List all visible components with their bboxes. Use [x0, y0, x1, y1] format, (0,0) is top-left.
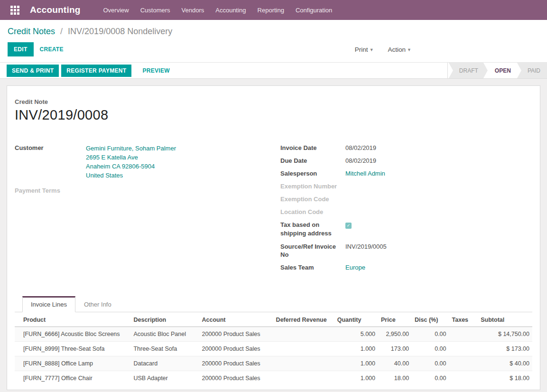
location-code-label: Location Code: [280, 208, 345, 216]
invoice-sheet: Credit Note INV/2019/0008 Customer Gemin…: [7, 85, 540, 390]
cell-price: 173.00: [378, 342, 412, 356]
nav-menu-item[interactable]: Vendors: [176, 1, 210, 19]
due-date-label: Due Date: [280, 157, 345, 165]
action-dropdown[interactable]: Action▼: [387, 44, 412, 55]
send-print-button[interactable]: SEND & PRINT: [7, 65, 59, 77]
action-dropdown-label: Action: [388, 46, 406, 53]
salesperson-field: Salesperson Mitchell Admin: [280, 169, 532, 177]
cell-subtotal: $ 14,750.00: [478, 327, 532, 342]
customer-address-line[interactable]: Anaheim CA 92806-5904: [86, 162, 176, 171]
cell-account: 200000 Product Sales: [199, 327, 273, 342]
print-dropdown[interactable]: Print▼: [354, 44, 375, 55]
cell-product: [FURN_7777] Office Chair: [15, 371, 130, 386]
sales-team-link[interactable]: Europe: [345, 263, 365, 271]
cell-account: 200000 Product Sales: [199, 356, 273, 371]
col-header-quantity: Quantity: [334, 312, 378, 327]
cell-deferred: [273, 356, 334, 371]
cell-quantity: 1.000: [334, 356, 378, 371]
exemption-number-label: Exemption Number: [280, 182, 345, 190]
col-header-taxes: Taxes: [449, 312, 478, 327]
document-type-label: Credit Note: [15, 98, 532, 105]
apps-menu-icon[interactable]: [10, 6, 19, 15]
cell-disc: 0.00: [412, 327, 449, 342]
col-header-account: Account: [199, 312, 273, 327]
cell-account: 200000 Product Sales: [199, 371, 273, 386]
exemption-code-label: Exemption Code: [280, 195, 345, 203]
invoice-date-field: Invoice Date 08/02/2019: [280, 144, 532, 152]
cell-taxes: [449, 356, 478, 371]
exemption-code-field: Exemption Code: [280, 195, 532, 203]
cell-product: [FURN_8999] Three-Seat Sofa: [15, 342, 130, 356]
cell-description: Datacard: [130, 356, 199, 371]
cell-subtotal: $ 173.00: [478, 342, 532, 356]
nav-menu-item[interactable]: Customers: [135, 1, 176, 19]
status-paid[interactable]: PAID: [517, 63, 547, 78]
cell-disc: 0.00: [412, 371, 449, 386]
field-group-right: Invoice Date 08/02/2019 Due Date 08/02/2…: [280, 144, 532, 276]
payment-terms-label: Payment Terms: [15, 187, 86, 195]
cell-quantity: 1.000: [334, 342, 378, 356]
invoice-line-row[interactable]: [FURN_6666] Acoustic Bloc Screens Acoust…: [15, 327, 532, 342]
sales-team-field: Sales Team Europe: [280, 263, 532, 271]
cell-price: 18.00: [378, 371, 412, 386]
status-open[interactable]: OPEN: [484, 63, 520, 78]
salesperson-link[interactable]: Mitchell Admin: [345, 169, 385, 177]
nav-menu-item[interactable]: Overview: [98, 1, 135, 19]
invoice-line-row[interactable]: [FURN_8999] Three-Seat Sofa Three-Seat S…: [15, 342, 532, 356]
invoice-date-value: 08/02/2019: [345, 144, 376, 152]
invoice-lines-table: Product Description Account Deferred Rev…: [15, 312, 532, 385]
invoice-date-label: Invoice Date: [280, 144, 345, 152]
nav-menu-item[interactable]: Reporting: [252, 1, 290, 19]
cell-deferred: [273, 342, 334, 356]
payment-terms-field: Payment Terms: [15, 187, 280, 195]
cell-subtotal: $ 18.00: [478, 371, 532, 386]
due-date-value: 08/02/2019: [345, 157, 376, 165]
invoice-line-row[interactable]: [FURN_7777] Office Chair USB Adapter 200…: [15, 371, 532, 386]
chevron-down-icon: ▼: [370, 47, 374, 52]
tax-shipping-label: Tax based on shipping address: [280, 221, 345, 238]
invoice-line-row[interactable]: [FURN_8888] Office Lamp Datacard 200000 …: [15, 356, 532, 371]
field-groups: Customer Gemini Furniture, Soham Palmer …: [15, 144, 532, 276]
app-title[interactable]: Accounting: [30, 5, 81, 15]
cell-quantity: 1.000: [334, 371, 378, 386]
field-group-left: Customer Gemini Furniture, Soham Palmer …: [15, 144, 280, 276]
form-view-container: Credit Note INV/2019/0008 Customer Gemin…: [0, 79, 547, 392]
preview-link[interactable]: PREVIEW: [137, 65, 175, 77]
nav-menu-item[interactable]: Configuration: [290, 1, 338, 19]
customer-address-line[interactable]: United States: [86, 171, 176, 180]
cell-quantity: 5.000: [334, 327, 378, 342]
document-actions: Print▼ Action▼: [354, 44, 412, 55]
breadcrumb-parent-link[interactable]: Credit Notes: [8, 27, 55, 36]
tax-shipping-checkbox[interactable]: ✓: [345, 223, 352, 229]
col-header-price: Price: [378, 312, 412, 327]
customer-name-link[interactable]: Gemini Furniture, Soham Palmer: [86, 144, 176, 153]
register-payment-button[interactable]: REGISTER PAYMENT: [61, 65, 131, 77]
checkmark-icon: ✓: [347, 223, 351, 229]
col-header-disc: Disc (%): [412, 312, 449, 327]
location-code-field: Location Code: [280, 208, 532, 216]
sales-team-label: Sales Team: [280, 263, 345, 271]
salesperson-label: Salesperson: [280, 169, 345, 177]
due-date-field: Due Date 08/02/2019: [280, 157, 532, 165]
edit-button[interactable]: EDIT: [8, 42, 34, 56]
source-ref-value: INV/2019/0005: [345, 243, 387, 259]
cell-taxes: [449, 327, 478, 342]
create-button[interactable]: CREATE: [34, 42, 70, 56]
cell-product: [FURN_8888] Office Lamp: [15, 356, 130, 371]
tab-other-info[interactable]: Other Info: [75, 296, 120, 312]
cell-price: 40.00: [378, 356, 412, 371]
status-draft[interactable]: DRAFT: [449, 63, 488, 78]
customer-field: Customer Gemini Furniture, Soham Palmer …: [15, 144, 280, 180]
control-panel: Credit Notes / INV/2019/0008 Nondelivery…: [0, 20, 547, 62]
tab-invoice-lines[interactable]: Invoice Lines: [22, 296, 75, 312]
notebook-tabs: Invoice Lines Other Info: [15, 296, 532, 312]
cell-product: [FURN_6666] Acoustic Bloc Screens: [15, 327, 130, 342]
control-panel-buttons: EDIT CREATE Print▼ Action▼: [8, 42, 539, 56]
customer-address-line[interactable]: 2695 E Katella Ave: [86, 153, 176, 162]
document-toolbar: SEND & PRINT REGISTER PAYMENT PREVIEW DR…: [0, 62, 547, 79]
source-ref-field: Source/Ref Invoice No INV/2019/0005: [280, 243, 532, 259]
nav-menu-item[interactable]: Accounting: [210, 1, 251, 19]
tax-shipping-value: ✓: [345, 221, 352, 238]
cell-taxes: [449, 371, 478, 386]
customer-value: Gemini Furniture, Soham Palmer 2695 E Ka…: [86, 144, 176, 180]
